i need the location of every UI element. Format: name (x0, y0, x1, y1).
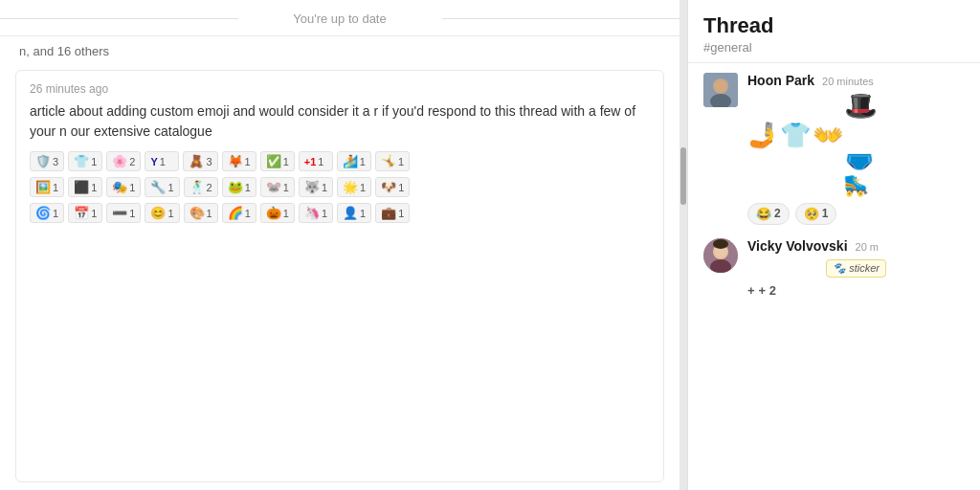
reaction-pill[interactable]: 👕1 (68, 151, 102, 171)
username-vicky: Vicky Volvovski (747, 238, 848, 254)
reaction-pill[interactable]: Y1 (145, 151, 179, 171)
message-meta-hoon: Hoon Park 20 minutes (747, 73, 965, 88)
reaction-pill[interactable]: 🦄1 (299, 203, 333, 223)
reaction-badge-sad[interactable]: 🥺 1 (795, 203, 837, 225)
plus-reaction[interactable]: + + 2 (747, 283, 965, 298)
main-chat-panel: You're up to date n, and 16 others 26 mi… (0, 0, 679, 490)
reaction-count: 1 (822, 207, 829, 220)
reaction-pill[interactable]: 🎭1 (106, 177, 141, 197)
up-to-date-bar: You're up to date (0, 0, 679, 36)
reaction-row-1: 🛡️3 👕1 🌸2 Y1 🧸3 🦊1 ✅1 +11 🏄1 🤸1 (30, 151, 650, 171)
reaction-pill[interactable]: 🤸1 (375, 151, 410, 171)
message-meta-vicky: Vicky Volvovski 20 m (747, 238, 965, 254)
message-body-hoon: Hoon Park 20 minutes 🎩 🤳👕👐 🩲 🛼 😂 2 (747, 73, 965, 225)
reaction-pill[interactable]: 🦊1 (222, 151, 256, 171)
reaction-pill[interactable]: 📅1 (68, 203, 102, 223)
thread-panel: Thread #general Hoon Park 20 minutes (687, 0, 980, 490)
reaction-row-2: 🖼️1 ⬛1 🎭1 🔧1 🕺2 🐸1 🐭1 🐺1 🌟1 🐶1 (30, 177, 650, 197)
thread-message-hoon: Hoon Park 20 minutes 🎩 🤳👕👐 🩲 🛼 😂 2 (703, 73, 965, 225)
reaction-pill[interactable]: ➖1 (106, 203, 141, 223)
up-to-date-text: You're up to date (293, 11, 386, 26)
reaction-pill[interactable]: 🕺2 (184, 177, 218, 197)
reaction-pill[interactable]: 🏄1 (337, 151, 371, 171)
reaction-pill[interactable]: 🎨1 (184, 203, 218, 223)
sticker-image: 🐾 sticker (747, 257, 965, 279)
reaction-pill[interactable]: 😊1 (145, 203, 179, 223)
reaction-pill[interactable]: 🔧1 (145, 177, 179, 197)
reaction-pill[interactable]: 🧸3 (183, 151, 217, 171)
reaction-group-hoon: 😂 2 🥺 1 (747, 203, 965, 225)
reaction-pill[interactable]: 👤1 (337, 203, 371, 223)
svg-point-3 (715, 80, 726, 92)
reaction-pill[interactable]: 🐶1 (375, 177, 410, 197)
thread-message-vicky: Vicky Volvovski 20 m 🐾 sticker + + 2 (703, 238, 965, 298)
reaction-pill[interactable]: 🌀1 (30, 203, 64, 223)
username-hoon: Hoon Park (747, 73, 814, 88)
reaction-pill[interactable]: 🌸2 (106, 151, 141, 171)
reaction-pill[interactable]: 🎃1 (260, 203, 295, 223)
plus-icon: + (747, 283, 755, 298)
reaction-badge-laugh[interactable]: 😂 2 (747, 203, 790, 225)
reaction-pill[interactable]: 🐸1 (222, 177, 256, 197)
thread-title: Thread (703, 13, 965, 38)
reaction-pill[interactable]: 🐭1 (260, 177, 295, 197)
reaction-pill[interactable]: 🛡️3 (30, 151, 64, 171)
reaction-pill[interactable]: 🖼️1 (30, 177, 64, 197)
message-card: 26 minutes ago article about adding cust… (15, 70, 664, 482)
reaction-pill[interactable]: ⬛1 (68, 177, 102, 197)
emoji-art: 🎩 🤳👕👐 🩲 🛼 (747, 92, 965, 197)
plus-count: + 2 (759, 283, 776, 298)
reaction-emoji: 😂 (756, 207, 771, 221)
reaction-pill[interactable]: 🐺1 (299, 177, 333, 197)
others-label: n, and 16 others (0, 36, 679, 62)
reaction-count: 2 (774, 207, 781, 220)
thread-channel: #general (703, 40, 965, 55)
avatar-vicky (703, 238, 738, 273)
reaction-pill[interactable]: 🌟1 (337, 177, 371, 197)
message-text: article about adding custom emoji and wo… (30, 101, 650, 142)
reaction-pill[interactable]: ✅1 (260, 151, 295, 171)
svg-point-8 (713, 239, 728, 249)
reaction-pill[interactable]: 💼1 (375, 203, 410, 223)
reaction-pill[interactable]: 🌈1 (222, 203, 256, 223)
timestamp-vicky: 20 m (856, 241, 879, 253)
emoji-reactions: 🛡️3 👕1 🌸2 Y1 🧸3 🦊1 ✅1 +11 🏄1 🤸1 🖼️1 ⬛1 🎭… (30, 151, 650, 225)
timestamp-hoon: 20 minutes (822, 76, 874, 87)
scroll-divider (679, 0, 687, 490)
sticker-label: 🐾 sticker (826, 259, 886, 278)
message-body-vicky: Vicky Volvovski 20 m 🐾 sticker + + 2 (747, 238, 965, 298)
scroll-thumb[interactable] (680, 147, 686, 205)
thread-header: Thread #general (688, 0, 980, 63)
thread-messages: Hoon Park 20 minutes 🎩 🤳👕👐 🩲 🛼 😂 2 (688, 63, 980, 490)
reaction-emoji: 🥺 (804, 207, 819, 221)
reaction-pill[interactable]: +11 (299, 151, 333, 171)
avatar-hoon (703, 73, 738, 107)
message-time: 26 minutes ago (30, 82, 650, 96)
reaction-row-3: 🌀1 📅1 ➖1 😊1 🎨1 🌈1 🎃1 🦄1 👤1 💼1 (30, 203, 650, 223)
